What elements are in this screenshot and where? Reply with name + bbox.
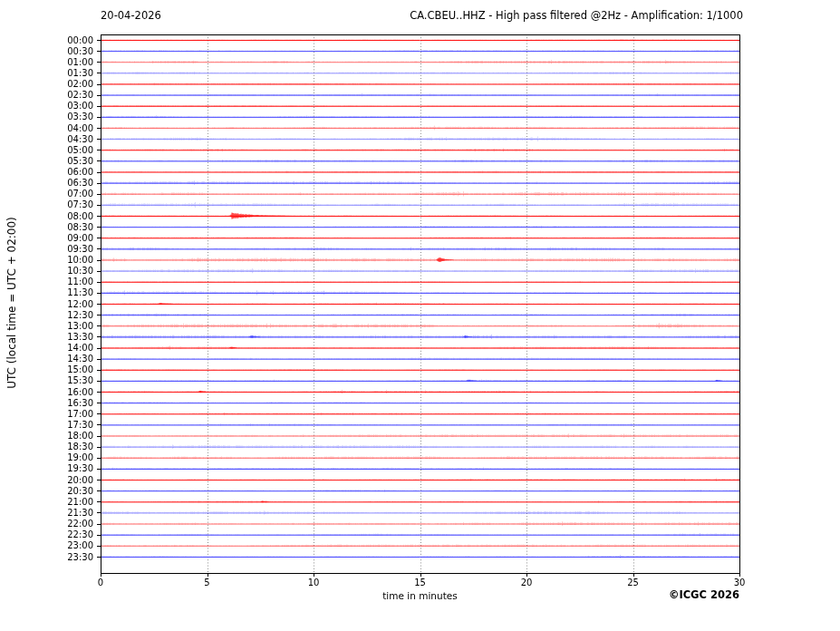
- y-axis-label: UTC (local time = UTC + 02:00): [5, 185, 18, 421]
- y-tick-label: 14:30: [39, 354, 93, 364]
- y-tick-label: 20:30: [39, 486, 93, 496]
- plot-date: 20-04-2026: [101, 9, 161, 22]
- y-tick-label: 02:00: [39, 79, 93, 89]
- y-tick-label: 17:30: [39, 420, 93, 430]
- y-tick-label: 12:30: [39, 310, 93, 320]
- y-tick-label: 09:00: [39, 233, 93, 243]
- y-tick-label: 10:00: [39, 255, 93, 265]
- y-tick-label: 19:30: [39, 463, 93, 473]
- y-tick-label: 01:00: [39, 57, 93, 67]
- x-tick-label: 5: [189, 578, 226, 587]
- y-tick-label: 17:00: [39, 409, 93, 419]
- x-tick-label: 0: [82, 578, 119, 587]
- x-tick-label: 15: [402, 578, 439, 587]
- y-tick-label: 08:30: [39, 222, 93, 232]
- copyright-text: ©ICGC 2026: [558, 588, 739, 601]
- plot-title: CA.CBEU..HHZ - High pass filtered @2Hz -…: [410, 9, 743, 22]
- y-tick-label: 10:30: [39, 266, 93, 276]
- y-tick-label: 06:30: [39, 178, 93, 188]
- y-tick-label: 12:00: [39, 299, 93, 309]
- x-tick-label: 10: [295, 578, 332, 587]
- y-tick-label: 07:30: [39, 199, 93, 209]
- y-tick-label: 09:30: [39, 244, 93, 254]
- x-tick-label: 30: [721, 578, 758, 587]
- y-tick-label: 00:00: [39, 35, 93, 45]
- helicorder-canvas: [0, 0, 840, 631]
- y-tick-label: 23:00: [39, 540, 93, 550]
- y-tick-label: 18:30: [39, 442, 93, 451]
- y-tick-label: 03:30: [39, 112, 93, 121]
- y-tick-label: 22:00: [39, 519, 93, 529]
- y-tick-label: 05:30: [39, 156, 93, 166]
- y-tick-label: 16:00: [39, 387, 93, 397]
- y-tick-label: 02:30: [39, 90, 93, 100]
- y-tick-label: 11:30: [39, 287, 93, 297]
- y-tick-label: 14:00: [39, 343, 93, 353]
- y-tick-label: 06:00: [39, 167, 93, 177]
- y-tick-label: 22:30: [39, 529, 93, 539]
- y-tick-label: 15:30: [39, 375, 93, 385]
- y-tick-label: 16:30: [39, 398, 93, 408]
- y-tick-label: 07:00: [39, 189, 93, 199]
- y-tick-label: 20:00: [39, 475, 93, 485]
- helicorder-figure: 20-04-2026 CA.CBEU..HHZ - High pass filt…: [0, 0, 840, 631]
- y-tick-label: 04:30: [39, 134, 93, 144]
- y-tick-label: 19:00: [39, 452, 93, 462]
- y-tick-label: 00:30: [39, 46, 93, 56]
- y-tick-label: 04:00: [39, 123, 93, 133]
- y-tick-label: 18:00: [39, 431, 93, 441]
- y-tick-label: 03:00: [39, 101, 93, 111]
- y-tick-label: 08:00: [39, 211, 93, 221]
- x-tick-label: 25: [615, 578, 652, 587]
- x-tick-label: 20: [508, 578, 545, 587]
- y-tick-label: 15:00: [39, 364, 93, 374]
- x-axis-label: time in minutes: [282, 590, 558, 601]
- y-tick-label: 13:00: [39, 321, 93, 331]
- y-tick-label: 21:00: [39, 497, 93, 507]
- y-tick-label: 05:00: [39, 145, 93, 155]
- y-tick-label: 01:30: [39, 68, 93, 78]
- y-tick-label: 23:30: [39, 552, 93, 562]
- y-tick-label: 11:00: [39, 277, 93, 286]
- title-bar: 20-04-2026 CA.CBEU..HHZ - High pass filt…: [101, 9, 743, 22]
- y-tick-label: 21:30: [39, 508, 93, 518]
- y-tick-label: 13:30: [39, 332, 93, 342]
